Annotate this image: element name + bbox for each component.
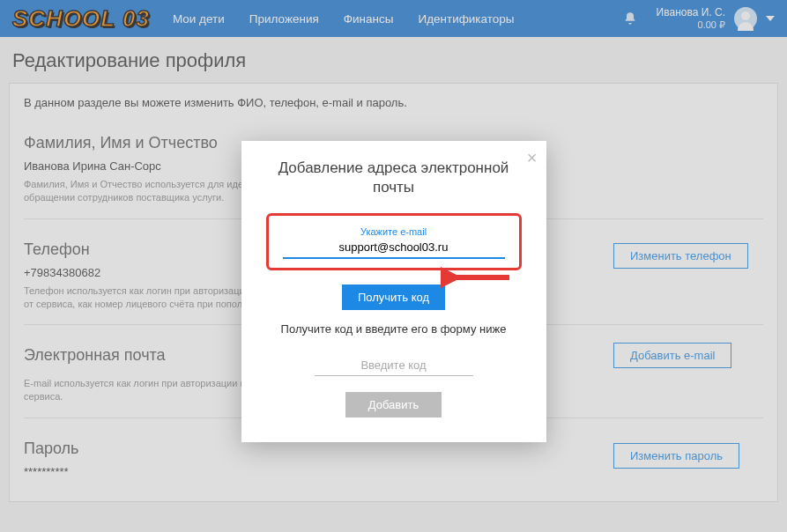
close-icon[interactable]: × — [527, 148, 538, 168]
add-email-modal: × Добавление адреса электронной почты Ук… — [241, 141, 546, 442]
get-code-button[interactable]: Получить код — [342, 284, 445, 310]
modal-title: Добавление адреса электронной почты — [266, 159, 522, 197]
add-button: Добавить — [345, 392, 442, 417]
email-field-label: Укажите e-mail — [283, 226, 505, 237]
modal-overlay: × Добавление адреса электронной почты Ук… — [0, 0, 787, 532]
modal-hint: Получите код и введите его в форму ниже — [266, 322, 522, 336]
email-field-box: Укажите e-mail — [266, 213, 522, 270]
email-input[interactable] — [283, 239, 505, 259]
code-input[interactable] — [315, 355, 473, 376]
